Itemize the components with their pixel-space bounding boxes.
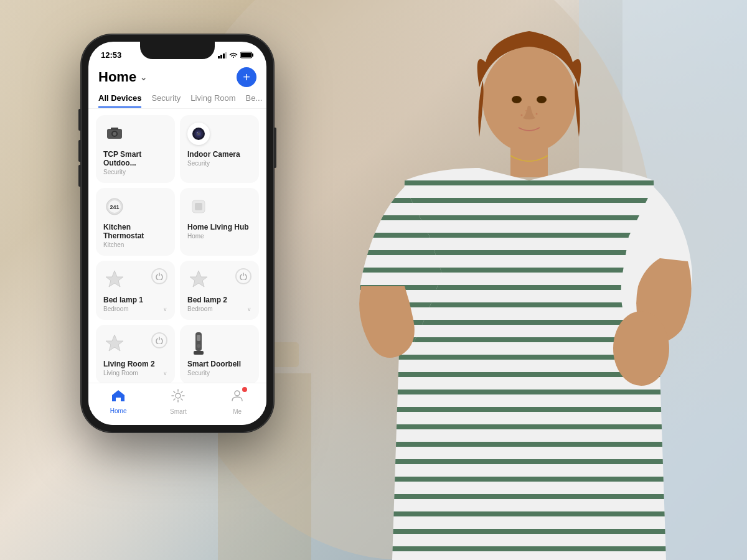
nav-item-home[interactable]: Home bbox=[110, 389, 127, 414]
thermostat-icon: 241 bbox=[103, 195, 126, 218]
hub-name: Home Living Hub bbox=[187, 223, 251, 231]
svg-point-41 bbox=[536, 113, 538, 115]
svg-rect-25 bbox=[392, 529, 666, 534]
home-title-text: Home bbox=[98, 69, 136, 85]
tab-bedroom[interactable]: Be... bbox=[246, 93, 263, 108]
svg-rect-23 bbox=[392, 494, 666, 499]
nav-item-smart[interactable]: Smart bbox=[170, 388, 187, 415]
svg-point-40 bbox=[521, 114, 523, 116]
device-icon-area bbox=[103, 268, 167, 291]
svg-text:241: 241 bbox=[110, 204, 119, 210]
device-card-thermostat[interactable]: 241 Kitchen Thermostat Kitchen bbox=[96, 188, 175, 256]
svg-line-80 bbox=[174, 391, 175, 393]
indoor-camera-icon bbox=[187, 123, 210, 145]
svg-rect-19 bbox=[392, 424, 666, 429]
svg-line-82 bbox=[181, 391, 182, 393]
home-dropdown-chevron: ⌄ bbox=[140, 73, 147, 82]
living-room-2-power[interactable] bbox=[151, 332, 167, 348]
bed-lamp-2-power[interactable] bbox=[235, 268, 251, 284]
svg-rect-7 bbox=[392, 215, 666, 220]
smart-nav-icon bbox=[171, 388, 186, 407]
doorbell-icon bbox=[187, 332, 210, 355]
home-nav-label: Home bbox=[110, 408, 127, 414]
svg-rect-50 bbox=[241, 53, 251, 57]
me-nav-label: Me bbox=[233, 408, 242, 415]
tcp-outdoor-name: TCP Smart Outdoo... bbox=[103, 150, 167, 167]
device-card-living-room-2[interactable]: Living Room 2 Living Room ∨ bbox=[96, 325, 175, 384]
device-icon-area bbox=[187, 332, 251, 355]
bed-lamp-1-chevron: ∨ bbox=[163, 306, 167, 312]
bed-lamp-2-chevron: ∨ bbox=[247, 306, 251, 312]
svg-point-84 bbox=[235, 391, 240, 396]
phone-mockup: 12:53 bbox=[81, 34, 274, 432]
svg-rect-46 bbox=[220, 55, 222, 58]
bed-lamp-2-icon bbox=[187, 268, 210, 291]
svg-rect-6 bbox=[392, 198, 666, 203]
device-card-indoor-camera[interactable]: Indoor Camera Security bbox=[180, 115, 259, 183]
device-grid: TCP Smart Outdoo... Security bbox=[88, 109, 266, 401]
living-room-2-icon bbox=[103, 332, 126, 355]
tab-all-devices[interactable]: All Devices bbox=[98, 93, 141, 108]
svg-line-81 bbox=[181, 399, 182, 400]
svg-point-67 bbox=[197, 344, 200, 348]
living-room-2-room: Living Room ∨ bbox=[103, 370, 167, 376]
doorbell-name: Smart Doorbell bbox=[187, 360, 251, 368]
smart-nav-label: Smart bbox=[170, 408, 187, 415]
svg-rect-17 bbox=[392, 390, 666, 394]
svg-point-53 bbox=[113, 132, 116, 136]
nav-item-me[interactable]: Me bbox=[230, 388, 245, 415]
svg-rect-54 bbox=[111, 128, 118, 130]
device-card-doorbell[interactable]: Smart Doorbell Security bbox=[180, 325, 259, 384]
bottom-navigation: Home bbox=[88, 383, 266, 425]
wifi-icon bbox=[229, 52, 238, 58]
svg-point-42 bbox=[525, 110, 527, 111]
tcp-outdoor-room: Security bbox=[103, 169, 167, 175]
svg-rect-47 bbox=[223, 54, 225, 58]
svg-rect-20 bbox=[392, 442, 666, 447]
indoor-camera-name: Indoor Camera bbox=[187, 150, 251, 159]
bed-lamp-1-icon bbox=[103, 268, 126, 291]
living-room-2-name: Living Room 2 bbox=[103, 360, 167, 368]
svg-point-38 bbox=[512, 96, 522, 103]
add-device-button[interactable]: + bbox=[237, 67, 256, 87]
device-icon-area bbox=[103, 123, 167, 145]
thermostat-name: Kitchen Thermostat bbox=[103, 223, 167, 240]
svg-rect-8 bbox=[392, 233, 666, 238]
thermostat-room: Kitchen bbox=[103, 241, 167, 248]
tab-security[interactable]: Security bbox=[151, 93, 181, 108]
svg-point-37 bbox=[613, 311, 669, 386]
device-icon-area bbox=[103, 332, 167, 355]
battery-icon bbox=[240, 52, 254, 58]
svg-rect-21 bbox=[392, 459, 666, 464]
svg-rect-45 bbox=[218, 56, 220, 58]
svg-rect-66 bbox=[197, 335, 200, 341]
tcp-outdoor-icon bbox=[103, 123, 126, 145]
app-header: Home ⌄ + bbox=[88, 62, 266, 92]
indoor-camera-room: Security bbox=[187, 160, 251, 167]
device-tabs: All Devices Security Living Room Be... ·… bbox=[88, 92, 266, 109]
svg-rect-18 bbox=[392, 407, 666, 412]
svg-point-75 bbox=[176, 393, 181, 398]
svg-rect-68 bbox=[194, 351, 204, 355]
device-card-bed-lamp-2[interactable]: Bed lamp 2 Bedroom ∨ bbox=[180, 261, 259, 320]
home-title-area[interactable]: Home ⌄ bbox=[98, 69, 147, 85]
tab-living-room[interactable]: Living Room bbox=[190, 93, 235, 108]
svg-line-83 bbox=[174, 399, 175, 400]
bed-lamp-1-name: Bed lamp 1 bbox=[103, 296, 167, 304]
svg-rect-4 bbox=[510, 146, 548, 177]
svg-rect-64 bbox=[195, 203, 202, 210]
home-nav-icon bbox=[111, 389, 126, 406]
device-card-tcp-outdoor[interactable]: TCP Smart Outdoo... Security bbox=[96, 115, 175, 183]
svg-rect-5 bbox=[392, 180, 666, 185]
svg-point-3 bbox=[482, 47, 576, 152]
svg-point-59 bbox=[197, 132, 198, 133]
device-card-bed-lamp-1[interactable]: Bed lamp 1 Bedroom ∨ bbox=[96, 261, 175, 320]
device-card-hub[interactable]: Home Living Hub Home bbox=[180, 188, 259, 256]
status-icons bbox=[218, 52, 254, 58]
status-time: 12:53 bbox=[101, 50, 121, 60]
device-icon-area bbox=[187, 123, 251, 145]
bed-lamp-1-power[interactable] bbox=[151, 268, 167, 284]
device-icon-area bbox=[187, 268, 251, 291]
phone-frame: 12:53 bbox=[81, 34, 274, 432]
device-icon-area: 241 bbox=[103, 195, 167, 218]
